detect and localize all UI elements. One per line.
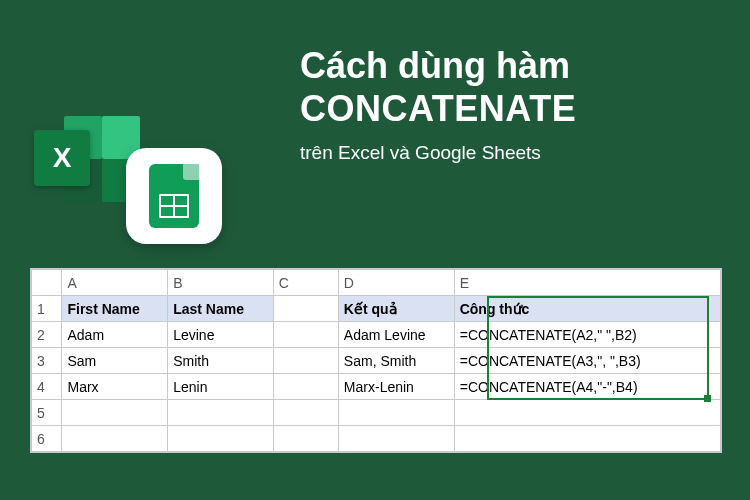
col-header-a[interactable]: A: [62, 270, 168, 296]
cell-a2[interactable]: Adam: [62, 322, 168, 348]
cell-c4[interactable]: [273, 374, 338, 400]
col-header-c[interactable]: C: [273, 270, 338, 296]
cell-c1[interactable]: [273, 296, 338, 322]
cell-a1[interactable]: First Name: [62, 296, 168, 322]
cell-e4[interactable]: =CONCATENATE(A4,"-",B4): [454, 374, 720, 400]
row-header-3[interactable]: 3: [32, 348, 62, 374]
cell-e1[interactable]: Công thức: [454, 296, 720, 322]
row-header-5[interactable]: 5: [32, 400, 62, 426]
cell-b5[interactable]: [168, 400, 274, 426]
row-header-2[interactable]: 2: [32, 322, 62, 348]
cell-e5[interactable]: [454, 400, 720, 426]
cell-c3[interactable]: [273, 348, 338, 374]
row-header-1[interactable]: 1: [32, 296, 62, 322]
title-block: Cách dùng hàm CONCATENATE trên Excel và …: [300, 44, 576, 164]
cell-b3[interactable]: Smith: [168, 348, 274, 374]
app-icons-group: X: [34, 100, 234, 270]
cell-b6[interactable]: [168, 426, 274, 452]
excel-icon: X: [34, 130, 90, 186]
cell-e3[interactable]: =CONCATENATE(A3,", ",B3): [454, 348, 720, 374]
cell-b4[interactable]: Lenin: [168, 374, 274, 400]
row-header-6[interactable]: 6: [32, 426, 62, 452]
subtitle: trên Excel và Google Sheets: [300, 142, 576, 164]
cell-e6[interactable]: [454, 426, 720, 452]
col-header-e[interactable]: E: [454, 270, 720, 296]
cell-d3[interactable]: Sam, Smith: [338, 348, 454, 374]
cell-c6[interactable]: [273, 426, 338, 452]
col-header-b[interactable]: B: [168, 270, 274, 296]
cell-a5[interactable]: [62, 400, 168, 426]
cell-d2[interactable]: Adam Levine: [338, 322, 454, 348]
corner-cell[interactable]: [32, 270, 62, 296]
cell-a4[interactable]: Marx: [62, 374, 168, 400]
cell-a3[interactable]: Sam: [62, 348, 168, 374]
cell-a6[interactable]: [62, 426, 168, 452]
row-header-4[interactable]: 4: [32, 374, 62, 400]
google-sheets-icon: [126, 148, 222, 244]
spreadsheet-preview: A B C D E 1 First Name Last Name Kết quả…: [30, 268, 722, 453]
cell-e2[interactable]: =CONCATENATE(A2," ",B2): [454, 322, 720, 348]
cell-d1[interactable]: Kết quả: [338, 296, 454, 322]
cell-b1[interactable]: Last Name: [168, 296, 274, 322]
excel-letter: X: [53, 142, 72, 174]
cell-b2[interactable]: Levine: [168, 322, 274, 348]
cell-d5[interactable]: [338, 400, 454, 426]
col-header-d[interactable]: D: [338, 270, 454, 296]
title-line1: Cách dùng hàm: [300, 44, 576, 87]
cell-d4[interactable]: Marx-Lenin: [338, 374, 454, 400]
cell-c5[interactable]: [273, 400, 338, 426]
cell-c2[interactable]: [273, 322, 338, 348]
cell-d6[interactable]: [338, 426, 454, 452]
title-line2: CONCATENATE: [300, 87, 576, 130]
